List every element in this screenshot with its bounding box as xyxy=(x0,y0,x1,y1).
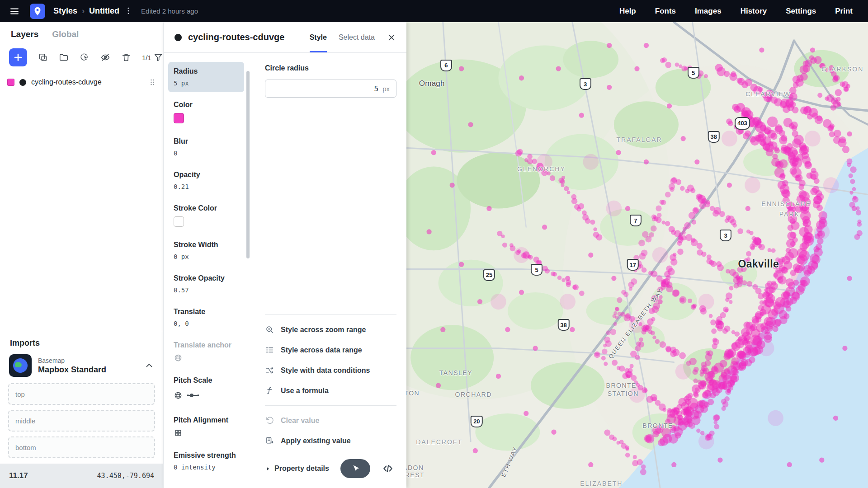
menu-settings[interactable]: Settings xyxy=(786,7,816,16)
property-value: 0.57 xyxy=(174,286,239,294)
panel-tab-style[interactable]: Style xyxy=(310,22,327,52)
apply-icon xyxy=(265,436,274,446)
duplicate-layer-icon[interactable] xyxy=(38,52,48,62)
coordinates: 43.450,-79.694 xyxy=(97,472,154,480)
basemap-row[interactable]: Basemap Mapbox Standard xyxy=(9,354,154,377)
cursor-mode-button[interactable] xyxy=(340,459,370,478)
layer-row-cycling-routes-cduvge[interactable]: cycling-routes-cduvge xyxy=(0,72,163,93)
property-stroke-width[interactable]: Stroke Width0 px xyxy=(168,235,244,266)
menu-images[interactable]: Images xyxy=(695,7,722,16)
zoomrange-icon xyxy=(265,325,274,334)
style-options-kebab-icon[interactable] xyxy=(124,6,133,16)
drag-handle-icon[interactable] xyxy=(148,78,157,87)
sidebar-tab-layers[interactable]: Layers xyxy=(11,29,38,39)
breadcrumb-styles[interactable]: Styles xyxy=(53,6,77,16)
property-list-scrollbar[interactable] xyxy=(246,71,250,258)
option-style-across-data-range[interactable]: Style across data range xyxy=(265,340,396,360)
option-style-across-zoom-range[interactable]: Style across zoom range xyxy=(265,319,396,340)
close-panel-icon[interactable] xyxy=(387,33,396,42)
property-translate-anchor[interactable]: Translate anchor xyxy=(168,336,244,368)
radius-value: 5 xyxy=(374,84,379,93)
conditions-icon xyxy=(265,366,274,375)
property-stroke-opacity[interactable]: Stroke Opacity0.57 xyxy=(168,269,244,299)
option-style-with-data-conditions[interactable]: Style with data conditions xyxy=(265,360,396,380)
slot-list: topmiddlebottom xyxy=(8,383,155,458)
option-use-a-formula[interactable]: Use a formula xyxy=(265,380,396,401)
radius-unit: px xyxy=(382,85,390,93)
mapbox-logo[interactable] xyxy=(30,4,45,19)
circle-radius-input[interactable]: 5 px xyxy=(265,80,396,98)
inspect-layer-icon[interactable] xyxy=(80,52,90,62)
property-pitch-scale[interactable]: Pitch Scale xyxy=(168,371,244,408)
property-value: 0.21 xyxy=(174,183,239,190)
detail-heading: Circle radius xyxy=(265,64,396,72)
layer-name: cycling-routes-cduvge xyxy=(31,78,102,86)
import-slot-bottom[interactable]: bottom xyxy=(8,436,155,458)
property-value: 0 px xyxy=(174,253,239,260)
hide-layer-icon[interactable] xyxy=(100,52,110,62)
add-layer-button[interactable] xyxy=(9,48,27,66)
panel-header: cycling-routes-cduvge StyleSelect data xyxy=(164,22,406,53)
layers-toolbar: 1/1 xyxy=(0,44,163,72)
import-slot-middle[interactable]: middle xyxy=(8,410,155,432)
menu-print[interactable]: Print xyxy=(835,7,853,16)
basemap-label: Basemap xyxy=(38,357,106,364)
map-canvas[interactable]: OmaghCLARKSONCLEARVIEWTRAFALGARGLENORCHY… xyxy=(406,22,868,488)
panel-tab-select-data[interactable]: Select data xyxy=(339,22,375,52)
detail-footer: Property details xyxy=(265,459,396,478)
property-radius[interactable]: Radius5 px xyxy=(168,62,244,92)
property-translate[interactable]: Translate0, 0 xyxy=(168,302,244,333)
stroke-color-swatch[interactable] xyxy=(174,216,184,227)
chevron-up-icon[interactable] xyxy=(144,361,154,371)
menu-history[interactable]: History xyxy=(741,7,767,16)
layers-sidebar: LayersGlobal 1/1 cycling-routes-cduvge I… xyxy=(0,22,164,488)
action-apply-existing-value[interactable]: Apply existing value xyxy=(265,431,396,451)
group-layers-icon[interactable] xyxy=(59,52,69,62)
property-blur[interactable]: Blur0 xyxy=(168,132,244,162)
property-emissive-strength[interactable]: Emissive strength0 intensity xyxy=(168,446,244,476)
layer-list: cycling-routes-cduvge xyxy=(0,72,163,93)
hamburger-menu-icon[interactable] xyxy=(9,5,23,18)
color-swatch[interactable] xyxy=(174,113,184,123)
property-opacity[interactable]: Opacity0.21 xyxy=(168,165,244,196)
panel-tabs: StyleSelect data xyxy=(310,22,375,52)
property-details-label: Property details xyxy=(274,465,329,473)
value-actions: Clear valueApply existing value xyxy=(265,410,396,451)
formula-icon xyxy=(265,386,274,395)
circle-type-icon xyxy=(19,79,26,86)
layer-style-panel: cycling-routes-cduvge StyleSelect data R… xyxy=(163,22,406,488)
zoom-level: 11.17 xyxy=(9,471,28,480)
undo-icon xyxy=(265,416,274,425)
import-slot-top[interactable]: top xyxy=(8,383,155,405)
basemap-name: Mapbox Standard xyxy=(38,365,106,375)
property-color[interactable]: Color xyxy=(168,95,244,129)
circle-layer-type-icon xyxy=(175,34,182,41)
style-options: Style across zoom rangeStyle across data… xyxy=(265,319,396,401)
topbar-menu: HelpFontsImagesHistorySettingsPrint xyxy=(619,7,868,16)
property-details-toggle[interactable]: Property details xyxy=(265,465,329,473)
menu-help[interactable]: Help xyxy=(619,7,636,16)
imports-section: Imports Basemap Mapbox Standard topmiddl… xyxy=(0,331,163,464)
property-stroke-color[interactable]: Stroke Color xyxy=(168,199,244,232)
layer-color-swatch xyxy=(7,79,14,86)
menu-fonts[interactable]: Fonts xyxy=(655,7,676,16)
property-detail: Circle radius 5 px Style across zoom ran… xyxy=(253,52,398,488)
globe-icon xyxy=(174,353,183,362)
sidebar-tabs: LayersGlobal xyxy=(0,22,163,44)
breadcrumb-style-name: Untitled xyxy=(89,6,119,16)
property-pitch-alignment[interactable]: Pitch Alignment xyxy=(168,411,244,443)
layer-count-label: 1/1 xyxy=(142,54,151,61)
mapbox-studio-app: { "icons":{"breadcrumb_sep":"›"}, "topba… xyxy=(0,0,868,488)
property-value: 0 intensity xyxy=(174,464,239,471)
map-status-bar: 11.17 43.450,-79.694 xyxy=(0,464,163,488)
breadcrumb: Styles › Untitled Edited 2 hours ago xyxy=(53,6,198,16)
sidebar-tab-global[interactable]: Global xyxy=(52,29,79,39)
panel-layer-title: cycling-routes-cduvge xyxy=(188,32,284,42)
filter-icon xyxy=(153,52,163,62)
delete-layer-icon[interactable] xyxy=(121,52,131,62)
property-value: 5 px xyxy=(174,80,239,87)
action-clear-value: Clear value xyxy=(265,410,396,431)
layer-filter-count[interactable]: 1/1 xyxy=(142,52,163,62)
topbar: Styles › Untitled Edited 2 hours ago Hel… xyxy=(0,0,868,22)
code-view-icon[interactable] xyxy=(382,463,394,474)
